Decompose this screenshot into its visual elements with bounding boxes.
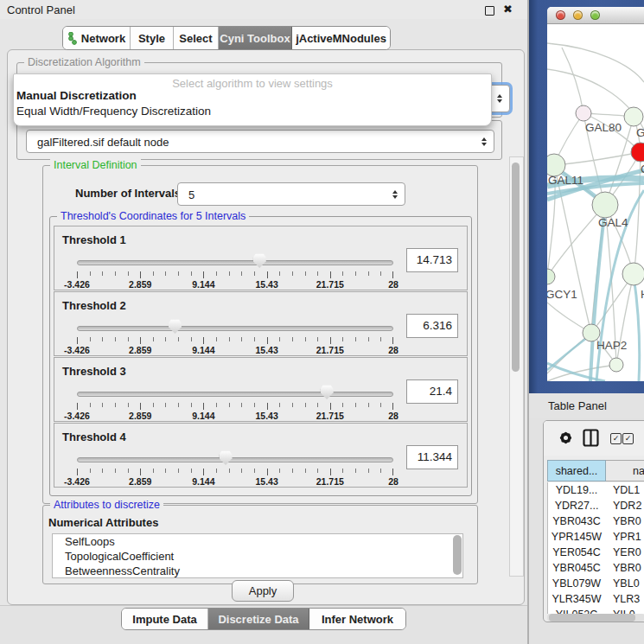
discretization-algorithm-title: Discretization Algorithm <box>24 56 144 68</box>
table-row[interactable]: YBL079WYBL0 <box>548 576 644 591</box>
network-node[interactable] <box>592 192 618 218</box>
network-node-label: H <box>641 288 644 301</box>
checkbox-icon[interactable]: ✓ <box>610 433 622 444</box>
bottom-tab-infer-network[interactable]: Infer Network <box>309 609 405 629</box>
tab-cyni-toolbox[interactable]: Cyni Toolbox <box>219 27 292 49</box>
scale-label: 9.144 <box>192 476 214 487</box>
table-row[interactable]: YER054CYER0 <box>548 545 644 560</box>
number-of-intervals-combo[interactable]: 5 <box>177 182 405 206</box>
menu-item-equal-width-frequency[interactable]: Equal Width/Frequency Discretization <box>16 105 211 118</box>
number-of-intervals-label: Number of Intervals <box>75 187 181 200</box>
network-edge-thick[interactable] <box>547 335 591 370</box>
cell-shared-name: YBR043C <box>548 513 605 529</box>
network-edge[interactable] <box>547 43 644 82</box>
interval-definition-group: Interval Definition Number of Intervals … <box>42 165 478 504</box>
gear-icon[interactable] <box>558 430 573 445</box>
slider-track[interactable] <box>77 260 393 265</box>
apply-button[interactable]: Apply <box>232 580 294 602</box>
attribute-list-item[interactable]: BetweennessCentrality <box>53 564 462 578</box>
slider-ticks <box>77 271 393 278</box>
slider-handle[interactable] <box>220 450 233 465</box>
table-data-combo[interactable]: galFiltered.sif default node <box>26 130 494 153</box>
threshold-value-field[interactable]: 21.4 <box>406 379 458 404</box>
threshold-row: Threshold 4-3.4262.8599.14415.4321.71528… <box>54 423 468 488</box>
threshold-slider[interactable] <box>77 450 393 469</box>
network-node-label: GAL80 <box>585 121 622 134</box>
network-canvas[interactable]: GAL80GACGAL11GAL4GCY1HHAP2 <box>547 24 644 381</box>
threshold-row: Threshold 3-3.4262.8599.14415.4321.71528… <box>54 357 468 422</box>
table-row[interactable]: YLR345WYLR3 <box>548 591 644 607</box>
slider-handle[interactable] <box>321 385 334 399</box>
mac-close-icon[interactable] <box>556 10 565 20</box>
attribute-list-item[interactable]: TopologicalCoefficient <box>53 549 462 564</box>
threshold-value-field[interactable]: 14.713 <box>406 248 458 272</box>
threshold-slider[interactable] <box>77 252 393 271</box>
scale-label: 15.43 <box>255 345 277 355</box>
scale-label: -3.426 <box>64 411 90 421</box>
network-node[interactable] <box>576 105 591 121</box>
panel-scrollbar-thumb[interactable] <box>512 163 520 372</box>
threshold-slider[interactable] <box>77 384 393 403</box>
threshold-value-field[interactable]: 6.316 <box>406 314 458 338</box>
network-node[interactable] <box>622 263 644 285</box>
network-edge-thick[interactable] <box>634 276 640 381</box>
threshold-slider[interactable] <box>77 318 393 337</box>
scale-label: 2.859 <box>129 345 151 355</box>
attribute-list-item[interactable]: SelfLoops <box>53 534 462 549</box>
scale-label: 21.715 <box>316 279 344 290</box>
split-columns-icon[interactable] <box>583 429 599 447</box>
float-window-icon[interactable] <box>485 6 494 16</box>
mac-zoom-icon[interactable] <box>590 10 600 20</box>
tab-style[interactable]: Style <box>131 27 174 49</box>
cell-shared-name: YDR27... <box>548 498 605 513</box>
network-edge-thick[interactable] <box>590 207 605 381</box>
slider-track[interactable] <box>77 457 393 462</box>
network-node[interactable] <box>547 269 555 284</box>
slider-track[interactable] <box>77 326 393 331</box>
bottom-tab-impute-data[interactable]: Impute Data <box>122 609 208 629</box>
checkbox-icon[interactable]: ✓ <box>622 433 634 444</box>
slider-track[interactable] <box>77 392 393 397</box>
close-icon[interactable]: ✖ <box>503 3 513 16</box>
tab-network[interactable]: Network <box>63 27 131 49</box>
slider-ticks <box>77 403 393 410</box>
network-node[interactable] <box>609 358 623 372</box>
table-row[interactable]: YBR045CYBR0 <box>548 560 644 576</box>
cell-name: YIL0 <box>613 607 635 614</box>
table-row[interactable]: YIL052CYIL0 <box>548 607 644 614</box>
table-row[interactable]: YBR043CYBR0 <box>548 513 644 529</box>
table-row[interactable]: YDL19...YDL1 <box>548 482 644 498</box>
cell-shared-name: YBL079W <box>548 576 605 591</box>
attributes-scrollbar[interactable] <box>453 535 462 575</box>
tab-label: Cyni Toolbox <box>220 32 290 45</box>
attributes-group-title: Attributes to discretize <box>50 499 163 511</box>
table-rows: YDL19...YDL1YDR27...YDR2YBR043CYBR0YPR14… <box>547 482 644 614</box>
table-row[interactable]: YDR27...YDR2 <box>548 498 644 513</box>
network-node-label: GA <box>636 126 644 139</box>
table-hscrollbar-thumb[interactable] <box>549 614 635 622</box>
mac-minimize-icon[interactable] <box>573 10 583 20</box>
threshold-row: Threshold 1-3.4262.8599.14415.4321.71528… <box>54 226 468 290</box>
cell-shared-name: YLR345W <box>548 591 605 607</box>
threshold-rows: Threshold 1-3.4262.8599.14415.4321.71528… <box>54 226 468 488</box>
slider-handle[interactable] <box>169 319 182 334</box>
attributes-list[interactable]: SelfLoopsTopologicalCoefficientBetweenne… <box>52 533 463 578</box>
thresholds-group: Threshold's Coordinates for 5 Intervals … <box>49 216 472 496</box>
panel-scrollbar[interactable] <box>509 156 524 577</box>
column-header-shared[interactable]: shared... <box>547 460 606 481</box>
network-node[interactable] <box>624 107 643 126</box>
table-hscrollbar[interactable] <box>547 614 644 622</box>
tab-jactivemnodules[interactable]: jActiveMNodules <box>292 27 390 49</box>
slider-handle[interactable] <box>253 253 266 268</box>
threshold-value-field[interactable]: 11.344 <box>406 445 458 469</box>
network-node-label: GCY1 <box>547 288 577 301</box>
threshold-label: Threshold 1 <box>62 233 126 246</box>
network-edge[interactable] <box>562 48 583 113</box>
table-row[interactable]: YPR145WYPR1 <box>548 529 644 545</box>
column-header-name[interactable]: name <box>606 460 644 481</box>
network-window-titlebar <box>547 7 644 24</box>
tab-select[interactable]: Select <box>174 27 219 49</box>
menu-item-manual-discretization[interactable]: Manual Discretization <box>16 89 137 102</box>
bottom-tab-discretize-data[interactable]: Discretize Data <box>208 609 309 629</box>
network-edge[interactable] <box>554 152 641 165</box>
